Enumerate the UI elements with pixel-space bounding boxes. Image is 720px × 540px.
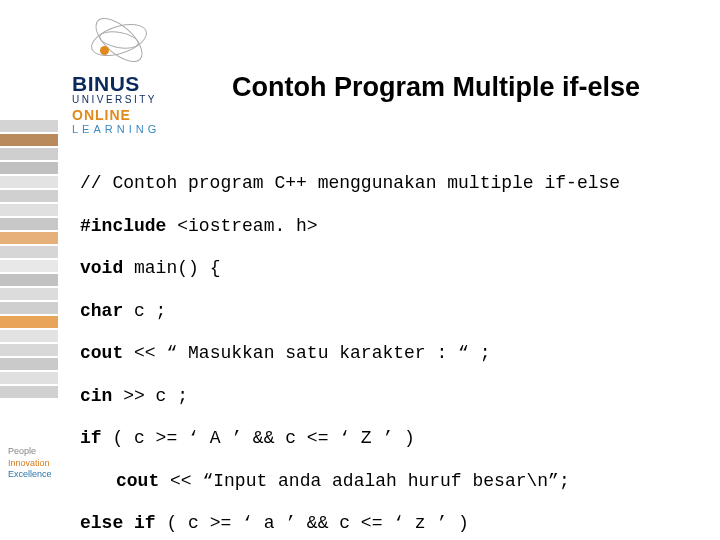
code-line: // Contoh program C++ menggunakan multip… bbox=[80, 173, 700, 194]
tagline-innovation: Innovation bbox=[8, 458, 52, 469]
code-line: #include <iostream. h> bbox=[80, 216, 700, 237]
tagline-people: People bbox=[8, 446, 52, 457]
code-example: // Contoh program C++ menggunakan multip… bbox=[80, 152, 700, 540]
logo-text-university: UNIVERSITY bbox=[72, 94, 222, 105]
code-line: char c ; bbox=[80, 301, 700, 322]
code-line: cout << “Input anda adalah huruf besar\n… bbox=[80, 471, 700, 492]
logo-text-binus: BINUS bbox=[72, 72, 222, 96]
logo-orbit-icon bbox=[84, 10, 154, 70]
sidebar-decorative-stripes bbox=[0, 120, 58, 420]
logo-text-online: ONLINE bbox=[72, 107, 222, 123]
slide-title: Contoh Program Multiple if-else bbox=[232, 72, 700, 103]
logo-block: BINUS UNIVERSITY ONLINE LEARNING bbox=[72, 10, 222, 135]
code-line: void main() { bbox=[80, 258, 700, 279]
code-line: cout << “ Masukkan satu karakter : “ ; bbox=[80, 343, 700, 364]
code-line: cin >> c ; bbox=[80, 386, 700, 407]
code-line: else if ( c >= ‘ a ’ && c <= ‘ z ’ ) bbox=[80, 513, 700, 534]
logo-text-learning: LEARNING bbox=[72, 123, 222, 135]
code-line: if ( c >= ‘ A ’ && c <= ‘ Z ’ ) bbox=[80, 428, 700, 449]
tagline-block: People Innovation Excellence bbox=[8, 446, 52, 480]
tagline-excellence: Excellence bbox=[8, 469, 52, 480]
